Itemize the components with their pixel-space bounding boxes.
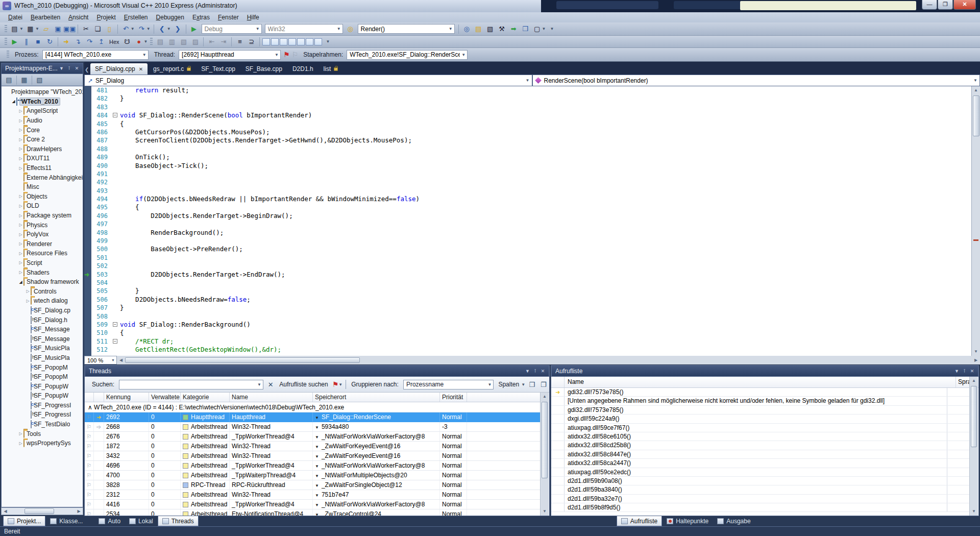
bottom-tab-aufrufliste[interactable]: Aufrufliste [617,516,662,526]
tree-item-externe-abh-ngigkeiten[interactable]: Externe Abhängigkeiten [2,173,83,182]
toolbar-overflow-icon[interactable]: ▼ [550,27,554,31]
collapse-box-icon[interactable]: − [113,113,117,117]
bottom-tab-klasse-[interactable]: Klasse... [46,516,87,526]
thread-location-cell[interactable]: ▼SF_Dialog::RenderScene [313,412,440,422]
tree-item-sf-message[interactable]: SF_Message [2,334,83,344]
bottom-tab-ausgabe[interactable]: Ausgabe [713,516,754,526]
thread-location-cell[interactable]: ▼_NtWaitForWorkViaWorkerFactory@8 [313,432,440,441]
thread-row[interactable]: ⚐44160Arbeitsthread_TppWorkerThread@4▼_N… [85,500,541,509]
new-project-icon[interactable]: ▤ [9,24,20,34]
menu-item-fenster[interactable]: Fenster [214,13,243,22]
close-icon[interactable]: ✕ [968,369,976,374]
tree-item-old[interactable]: ▷OLD [2,201,83,211]
view-class-diagram-icon[interactable]: ▧ [35,75,44,85]
selection-mode-icon[interactable] [314,38,322,45]
customize-tools-icon[interactable]: ⚒ [497,24,507,34]
thread-location-cell[interactable]: ▼_ZwWaitForKeyedEvent@16 [313,451,440,460]
find-in-files-icon[interactable]: ◎ [461,24,472,34]
step-over-icon[interactable]: ↷ [84,37,95,47]
thread-row[interactable]: ⚐➜26920HauptthreadHauptthread▼SF_Dialog:… [85,412,541,422]
tree-expand-icon[interactable]: ▷ [25,289,31,294]
expand-location-icon[interactable]: ▼ [315,513,319,516]
thread-row[interactable]: ⚐34320ArbeitsthreadWin32-Thread▼_ZwWaitF… [85,451,541,461]
collapse-box-icon[interactable]: − [113,339,117,344]
tree-item-projektmappe-wtech-2010-[interactable]: Projektmappe "WTech_2010" [2,87,83,97]
show-next-statement-icon[interactable]: ➜ [61,37,71,47]
thread-row[interactable]: ⚐➩26680ArbeitsthreadWin32-Thread▼5934a48… [85,422,541,432]
window-menu-icon[interactable]: ▼ [58,66,65,71]
thread-row[interactable]: ⚐25340ArbeitsthreadEtw-NotificationThrea… [85,509,541,516]
import-export-icon[interactable]: ➡ [508,24,519,34]
tree-item-shadow-framework[interactable]: ◢Shadow framework [2,277,83,287]
add-class-icon[interactable]: ▧ [485,24,496,34]
tree-expand-icon[interactable]: ▷ [18,232,23,237]
window-layout-icon[interactable]: ❒ [520,24,531,34]
tree-expand-icon[interactable]: ▷ [18,118,23,123]
call-stack-frame[interactable]: atidxx32.dll!58ce6105() [551,432,970,441]
tree-item-audio[interactable]: ▷Audio [2,116,83,126]
column-header-speicherort[interactable]: Speicherort [313,393,440,402]
thread-flag-icon[interactable]: ⚐ [85,412,94,422]
tree-item-sf-popupw[interactable]: SF_PopupW [2,381,83,391]
call-stack-frame[interactable]: d2d1.dll!59b8f9d5() [551,503,970,512]
flag-icon[interactable]: ⚑ [332,380,339,388]
tree-expand-icon[interactable]: ▷ [18,241,23,246]
hex-display-button[interactable]: Hex [107,39,121,45]
call-stack-frame[interactable]: dxgi.dll!59c224a9() [551,415,970,423]
tree-item-core-2[interactable]: ▷Core 2 [2,135,83,144]
tree-expand-icon[interactable]: ▷ [18,441,23,446]
selection-mode-icon[interactable] [288,38,296,45]
clear-search-icon[interactable]: ✕ [265,379,276,389]
call-stack-frame[interactable]: [Unten angegebene Rahmen sind möglicherw… [551,397,970,405]
thread-location-cell[interactable]: ▼_NtWaitForWorkViaWorkerFactory@8 [313,461,440,470]
stop-debugging-icon[interactable]: ■ [33,37,43,47]
expand-groups-icon[interactable]: ❒ [527,379,537,389]
breakpoints-icon-dropdown[interactable]: ▼ [144,39,148,44]
select-pointer-icon[interactable]: ☋ [122,37,133,47]
call-stack-frame[interactable]: d2d1.dll!59ba32e7() [551,495,970,503]
bottom-tab-projekt-[interactable]: Projekt... [3,516,45,526]
tree-expand-icon[interactable]: ▷ [18,166,23,170]
add-item-icon-dropdown[interactable]: ▼ [35,27,39,31]
selection-mode-icon[interactable] [271,38,279,45]
command-window-icon[interactable]: ▢ [532,24,543,34]
tree-expand-icon[interactable]: ▷ [18,128,23,132]
columns-button[interactable]: Spalten [498,381,519,388]
thread-location-cell[interactable]: ▼_NtWaitForMultipleObjects@20 [313,471,440,480]
editor-zoom-combo[interactable]: 100 %▼ [84,356,117,364]
tree-item-sf-musicpla[interactable]: SF_MusicPla [2,344,83,353]
tree-expand-icon[interactable]: ▷ [18,260,23,265]
types-combo[interactable]: ➚ SF_Dialog▼ [84,75,532,86]
thread-location-cell[interactable]: ▼_ZwWaitForSingleObject@12 [313,480,440,490]
tree-item-misc[interactable]: Misc [2,182,83,192]
navigate-backward-icon[interactable]: ❮ [157,24,167,34]
menu-item-debuggen[interactable]: Debuggen [152,13,188,22]
document-tab-sf-base-cpp[interactable]: SF_Base.cpp [241,63,287,75]
redo-icon[interactable]: ↷ [136,24,147,34]
solution-platforms-combo[interactable]: Win32▼ [265,24,343,34]
tree-item-physics[interactable]: ▷Physics [2,220,83,230]
tab-close-icon[interactable]: ✕ [139,66,143,72]
tree-expand-icon[interactable]: ▷ [18,270,23,275]
document-tab-d2d1-h[interactable]: D2D1.h [288,63,318,75]
menu-item-erstellen[interactable]: Erstellen [120,13,152,22]
document-tab-sf-dialog-cpp[interactable]: SF_Dialog.cpp✕ [90,63,148,75]
thread-flag-icon[interactable]: ⚐ [85,509,94,516]
call-stack-frame[interactable]: d2d1.dll!59ba3840() [551,485,970,494]
call-stack-frame[interactable]: d2d1.dll!59b90a08() [551,477,970,485]
thread-flag-icon[interactable]: ⚐ [85,490,94,499]
selection-mode-icon[interactable] [262,38,270,45]
expand-location-icon[interactable]: ▼ [315,483,319,488]
search-callstack-label[interactable]: Aufrufliste suchen [279,381,328,388]
expand-location-icon[interactable]: ▼ [315,425,319,430]
command-window-icon-dropdown[interactable]: ▼ [542,27,546,31]
thread-row[interactable]: ⚐23120ArbeitsthreadWin32-Thread▼751b7e47… [85,490,541,500]
tree-item-objects[interactable]: ▷Objects [2,192,83,202]
undo-icon[interactable]: ↶ [120,24,131,34]
menu-item-bearbeiten[interactable]: Bearbeiten [27,13,64,22]
thread-flag-icon[interactable]: ⚐ [85,442,94,451]
tree-item-package-system[interactable]: ▷Package system [2,211,83,221]
collapse-groups-icon[interactable]: ❐ [538,379,549,389]
tree-item-wtech-2010[interactable]: ◢WTech_2010 [2,97,83,107]
navigate-forward-icon[interactable]: ❯ [173,24,183,34]
